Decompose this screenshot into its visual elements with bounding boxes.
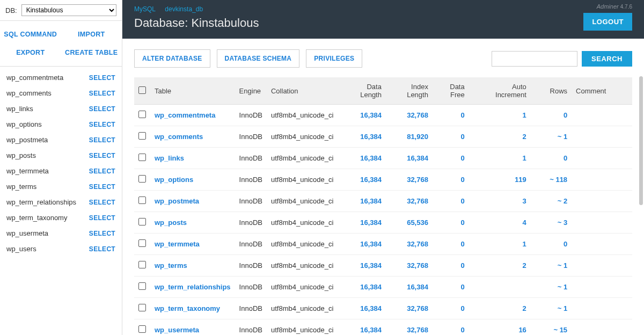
create-table-link[interactable]: CREATE TABLE bbox=[61, 43, 122, 62]
sidebar-select-link[interactable]: SELECT bbox=[89, 105, 115, 113]
cell-data-free[interactable]: 0 bbox=[433, 212, 469, 234]
import-link[interactable]: IMPORT bbox=[61, 25, 122, 43]
row-checkbox[interactable] bbox=[138, 196, 146, 204]
logout-button[interactable]: LOGOUT bbox=[583, 13, 632, 31]
cell-rows[interactable]: 0 bbox=[531, 234, 572, 255]
cell-auto-increment[interactable]: 1 bbox=[469, 148, 531, 169]
cell-data-free[interactable]: 0 bbox=[433, 319, 469, 336]
database-schema-button[interactable]: DATABASE SCHEMA bbox=[217, 49, 300, 68]
cell-data-length[interactable]: 16,384 bbox=[339, 234, 386, 255]
cell-rows[interactable]: ~ 1 bbox=[531, 298, 572, 319]
cell-index-length[interactable]: 32,768 bbox=[386, 319, 433, 336]
table-name-link[interactable]: wp_options bbox=[155, 176, 193, 184]
table-name-link[interactable]: wp_termmeta bbox=[155, 240, 200, 248]
cell-data-length[interactable]: 16,384 bbox=[339, 212, 386, 234]
cell-data-length[interactable]: 16,384 bbox=[339, 255, 386, 276]
sidebar-select-link[interactable]: SELECT bbox=[89, 121, 115, 128]
cell-data-free[interactable]: 0 bbox=[433, 126, 469, 148]
cell-data-free[interactable]: 0 bbox=[433, 276, 469, 298]
row-checkbox[interactable] bbox=[138, 132, 146, 140]
cell-rows[interactable]: ~ 15 bbox=[531, 319, 572, 336]
sql-command-link[interactable]: SQL COMMAND bbox=[0, 25, 61, 43]
cell-index-length[interactable]: 32,768 bbox=[386, 298, 433, 319]
cell-rows[interactable]: ~ 2 bbox=[531, 191, 572, 212]
breadcrumb-database[interactable]: devkinsta_db bbox=[165, 5, 203, 13]
sidebar-select-link[interactable]: SELECT bbox=[89, 168, 115, 175]
sidebar-table-name[interactable]: wp_options bbox=[6, 120, 42, 128]
cell-auto-increment[interactable]: 4 bbox=[469, 212, 531, 234]
sidebar-select-link[interactable]: SELECT bbox=[89, 152, 115, 159]
cell-rows[interactable]: ~ 118 bbox=[531, 169, 572, 191]
cell-data-length[interactable]: 16,384 bbox=[339, 126, 386, 148]
table-name-link[interactable]: wp_usermeta bbox=[155, 326, 199, 334]
sidebar-table-name[interactable]: wp_commentmeta bbox=[6, 74, 63, 82]
cell-data-free[interactable]: 0 bbox=[433, 298, 469, 319]
sidebar-table-name[interactable]: wp_comments bbox=[6, 89, 52, 97]
sidebar-table-name[interactable]: wp_termmeta bbox=[6, 167, 49, 175]
db-select[interactable]: Kinstabulous bbox=[21, 4, 116, 16]
cell-index-length[interactable]: 32,768 bbox=[386, 234, 433, 255]
table-name-link[interactable]: wp_links bbox=[155, 154, 184, 162]
privileges-button[interactable]: PRIVILEGES bbox=[306, 49, 362, 68]
scrollbar[interactable] bbox=[639, 76, 643, 205]
sidebar-table-name[interactable]: wp_term_taxonomy bbox=[6, 214, 67, 222]
sidebar-select-link[interactable]: SELECT bbox=[89, 136, 115, 144]
row-checkbox[interactable] bbox=[138, 218, 146, 225]
cell-data-free[interactable]: 0 bbox=[433, 148, 469, 169]
table-name-link[interactable]: wp_comments bbox=[155, 133, 203, 141]
cell-auto-increment[interactable]: 119 bbox=[469, 169, 531, 191]
breadcrumb-server[interactable]: MySQL bbox=[134, 5, 156, 13]
cell-data-free[interactable]: 0 bbox=[433, 255, 469, 276]
sidebar-select-link[interactable]: SELECT bbox=[89, 214, 115, 222]
cell-rows[interactable]: ~ 1 bbox=[531, 276, 572, 298]
cell-rows[interactable]: ~ 3 bbox=[531, 212, 572, 234]
cell-data-length[interactable]: 16,384 bbox=[339, 148, 386, 169]
cell-index-length[interactable]: 32,768 bbox=[386, 255, 433, 276]
table-name-link[interactable]: wp_commentmeta bbox=[155, 111, 215, 119]
cell-index-length[interactable]: 65,536 bbox=[386, 212, 433, 234]
row-checkbox[interactable] bbox=[138, 304, 146, 311]
cell-index-length[interactable]: 32,768 bbox=[386, 169, 433, 191]
sidebar-select-link[interactable]: SELECT bbox=[89, 74, 115, 82]
cell-data-length[interactable]: 16,384 bbox=[339, 191, 386, 212]
cell-auto-increment[interactable]: 2 bbox=[469, 255, 531, 276]
sidebar-table-name[interactable]: wp_usermeta bbox=[6, 229, 48, 237]
cell-index-length[interactable]: 32,768 bbox=[386, 105, 433, 126]
alter-database-button[interactable]: ALTER DATABASE bbox=[134, 49, 210, 68]
cell-auto-increment[interactable]: 16 bbox=[469, 319, 531, 336]
cell-index-length[interactable]: 16,384 bbox=[386, 148, 433, 169]
cell-auto-increment[interactable]: 2 bbox=[469, 126, 531, 148]
row-checkbox[interactable] bbox=[138, 325, 146, 333]
cell-data-length[interactable]: 16,384 bbox=[339, 169, 386, 191]
sidebar-table-name[interactable]: wp_users bbox=[6, 245, 36, 253]
sidebar-table-name[interactable]: wp_links bbox=[6, 105, 33, 113]
table-name-link[interactable]: wp_terms bbox=[155, 261, 187, 270]
sidebar-select-link[interactable]: SELECT bbox=[89, 245, 115, 253]
sidebar-table-name[interactable]: wp_terms bbox=[6, 183, 36, 191]
cell-data-length[interactable]: 16,384 bbox=[339, 276, 386, 298]
cell-rows[interactable]: 0 bbox=[531, 148, 572, 169]
select-all-checkbox[interactable] bbox=[138, 86, 146, 94]
cell-index-length[interactable]: 32,768 bbox=[386, 191, 433, 212]
cell-data-free[interactable]: 0 bbox=[433, 169, 469, 191]
cell-auto-increment[interactable]: 1 bbox=[469, 105, 531, 126]
row-checkbox[interactable] bbox=[138, 261, 146, 268]
table-name-link[interactable]: wp_term_taxonomy bbox=[155, 304, 220, 312]
cell-auto-increment[interactable]: 1 bbox=[469, 234, 531, 255]
cell-data-length[interactable]: 16,384 bbox=[339, 298, 386, 319]
export-link[interactable]: EXPORT bbox=[0, 43, 61, 62]
cell-rows[interactable]: ~ 1 bbox=[531, 126, 572, 148]
row-checkbox[interactable] bbox=[138, 175, 146, 183]
row-checkbox[interactable] bbox=[138, 154, 146, 161]
row-checkbox[interactable] bbox=[138, 111, 146, 118]
cell-rows[interactable]: 0 bbox=[531, 105, 572, 126]
sidebar-select-link[interactable]: SELECT bbox=[89, 199, 115, 206]
sidebar-table-name[interactable]: wp_term_relationships bbox=[6, 198, 76, 206]
cell-index-length[interactable]: 16,384 bbox=[386, 276, 433, 298]
cell-auto-increment[interactable]: 2 bbox=[469, 298, 531, 319]
sidebar-select-link[interactable]: SELECT bbox=[89, 183, 115, 191]
table-name-link[interactable]: wp_posts bbox=[155, 219, 187, 227]
search-button[interactable]: SEARCH bbox=[582, 51, 632, 67]
cell-rows[interactable]: ~ 1 bbox=[531, 255, 572, 276]
search-input[interactable] bbox=[492, 51, 577, 67]
